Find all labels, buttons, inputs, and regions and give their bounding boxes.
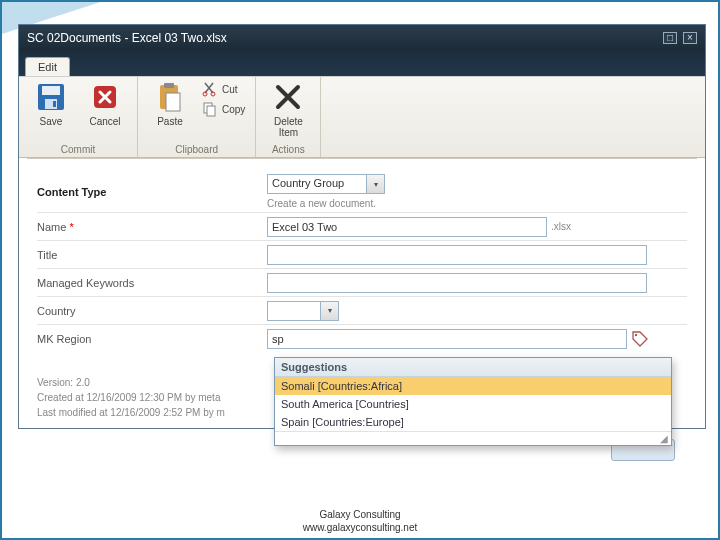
mk-region-label: MK Region [37,333,91,345]
edit-form: Content Type Country Group ▾ Create a ne… [19,159,705,428]
name-ext: .xlsx [551,221,571,232]
svg-rect-3 [53,101,56,107]
delete-item-button[interactable]: Delete Item [266,81,310,138]
svg-point-12 [635,334,637,336]
title-input[interactable] [267,245,647,265]
cut-icon [202,81,218,97]
group-clipboard-title: Clipboard [148,142,245,155]
chevron-down-icon: ▾ [367,174,385,194]
group-commit: Save Cancel Commit [19,77,138,157]
managed-keywords-input[interactable] [267,273,647,293]
chevron-down-icon: ▾ [321,301,339,321]
close-button[interactable]: × [683,32,697,44]
group-commit-title: Commit [29,142,127,155]
suggestion-item[interactable]: South America [Countries] [275,395,671,413]
save-icon [35,81,67,113]
svg-rect-7 [166,93,180,111]
cancel-icon [89,81,121,113]
titlebar: SC 02Documents - Excel 03 Two.xlsx □ × [19,25,705,51]
managed-keywords-label: Managed Keywords [37,277,134,289]
cancel-button[interactable]: Cancel [83,81,127,127]
tab-edit[interactable]: Edit [25,57,70,76]
svg-rect-6 [164,83,174,88]
paste-button[interactable]: Paste [148,81,192,127]
content-type-select[interactable]: Country Group ▾ [267,174,385,194]
suggestion-item[interactable]: Somali [Countries:Africa] [275,377,671,395]
maximize-button[interactable]: □ [663,32,677,44]
cut-button[interactable]: Cut [202,81,245,97]
country-select[interactable]: ▾ [267,301,339,321]
delete-icon [272,81,304,113]
content-type-label: Content Type [37,186,106,198]
svg-rect-11 [207,106,215,116]
tag-picker-icon[interactable] [631,330,649,348]
ribbon: Save Cancel Commit Paste Cut [19,76,705,158]
suggestion-item[interactable]: Spain [Countries:Europe] [275,413,671,431]
svg-rect-1 [42,86,60,95]
mk-region-input[interactable] [267,329,627,349]
copy-icon [202,101,218,117]
country-label: Country [37,305,76,317]
group-clipboard: Paste Cut Copy Clipboard [138,77,256,157]
suggestions-header: Suggestions [275,358,671,377]
document-edit-dialog: SC 02Documents - Excel 03 Two.xlsx □ × E… [18,24,706,429]
content-type-helper: Create a new document. [267,198,376,209]
paste-icon [154,81,186,113]
save-button[interactable]: Save [29,81,73,127]
required-marker: * [69,221,73,233]
suggestions-dropdown: Suggestions Somali [Countries:Africa] So… [274,357,672,446]
slide-footer: Galaxy Consulting www.galaxyconsulting.n… [2,508,718,534]
copy-button[interactable]: Copy [202,101,245,117]
window-title: SC 02Documents - Excel 03 Two.xlsx [27,31,227,45]
group-actions: Delete Item Actions [256,77,321,157]
group-actions-title: Actions [266,142,310,155]
name-label: Name [37,221,66,233]
name-input[interactable] [267,217,547,237]
title-label: Title [37,249,57,261]
resize-handle-icon[interactable]: ◢ [275,431,671,445]
